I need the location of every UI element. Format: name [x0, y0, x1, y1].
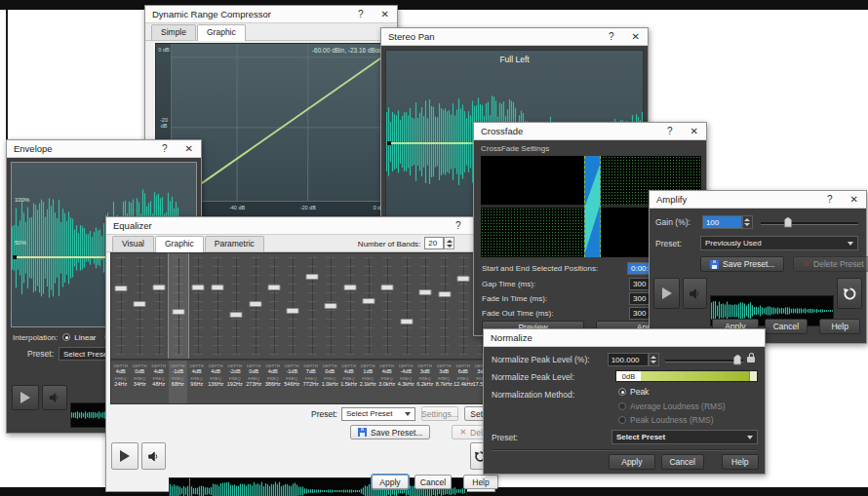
eq-slider-handle[interactable] [400, 319, 413, 324]
eq-slider-handle[interactable] [381, 285, 394, 290]
save-preset-button[interactable]: Save Preset... [350, 425, 430, 439]
close-icon[interactable]: ✕ [632, 28, 640, 46]
eq-slider-handle[interactable] [419, 289, 432, 295]
peak-percent-input[interactable]: 100.000 [608, 353, 649, 366]
eq-band-slider-19[interactable] [454, 253, 472, 359]
eq-slider-handle[interactable] [114, 286, 127, 291]
play-button[interactable] [111, 442, 138, 470]
save-preset-button[interactable]: Save Preset... [700, 256, 784, 272]
speaker-button[interactable] [42, 385, 67, 410]
titlebar[interactable]: Equalizer ? ✕ [106, 217, 494, 235]
tab-simple[interactable]: Simple [151, 24, 196, 40]
delete-preset-button[interactable]: ✕ Delete Preset [793, 256, 868, 272]
close-icon[interactable]: ✕ [690, 123, 698, 140]
tab-visual[interactable]: Visual [112, 236, 154, 251]
preset-dropdown[interactable]: Previously Used [700, 236, 858, 250]
slider-thumb[interactable] [784, 217, 792, 228]
eq-slider-handle[interactable] [305, 274, 318, 280]
tab-graphic[interactable]: Graphic [197, 24, 246, 41]
meter-handle[interactable] [749, 371, 757, 381]
number-of-bands-input[interactable]: 20 [424, 237, 444, 249]
gain-spinner[interactable] [742, 215, 753, 229]
titlebar[interactable]: Amplify ? ✕ [650, 191, 866, 209]
crossfade-region[interactable] [584, 156, 601, 257]
eq-band-slider-16[interactable] [397, 253, 415, 359]
eq-slider-handle[interactable] [287, 308, 299, 314]
cancel-button[interactable]: Cancel [414, 475, 452, 489]
speaker-button[interactable] [683, 278, 707, 309]
number-of-bands-spinner[interactable] [444, 237, 454, 249]
close-icon[interactable]: ✕ [185, 140, 193, 158]
cancel-button[interactable]: Cancel [765, 319, 809, 334]
eq-band-slider-10[interactable] [284, 253, 302, 359]
preset-dropdown[interactable]: Select Preset [341, 407, 415, 421]
gain-input[interactable]: 100 [702, 215, 742, 229]
radio-icon[interactable] [618, 416, 626, 424]
titlebar[interactable]: Crossfade ? ✕ [474, 123, 706, 140]
gain-slider[interactable] [761, 215, 858, 229]
eq-slider-handle[interactable] [267, 285, 280, 290]
preset-dropdown[interactable]: Select Preset [612, 430, 758, 444]
eq-band-slider-7[interactable] [226, 253, 245, 359]
radio-selected-icon[interactable] [618, 388, 626, 396]
eq-band-slider-6[interactable] [208, 253, 226, 359]
method-option[interactable]: Peak Loudness (RMS) [618, 414, 714, 426]
eq-band-slider-2[interactable] [130, 253, 148, 359]
speaker-button[interactable] [141, 442, 166, 470]
tab-parametric[interactable]: Parametric [205, 236, 264, 251]
eq-band-slider-9[interactable] [264, 253, 283, 359]
eq-band-slider-3[interactable] [149, 253, 168, 359]
eq-slider-handle[interactable] [152, 285, 165, 290]
method-option[interactable]: Peak [618, 386, 649, 398]
eq-slider-handle[interactable] [438, 291, 451, 297]
play-button[interactable] [653, 278, 680, 309]
eq-slider-handle[interactable] [325, 303, 337, 309]
help-icon[interactable]: ? [455, 217, 461, 235]
titlebar[interactable]: Envelope ? ✕ [7, 140, 201, 158]
loop-button[interactable] [837, 278, 862, 309]
eq-band-slider-12[interactable] [321, 253, 339, 359]
peak-level-meter[interactable]: 0dB [615, 370, 758, 382]
help-icon[interactable]: ? [609, 28, 614, 46]
pan-node[interactable] [387, 141, 391, 145]
eq-slider-handle[interactable] [172, 309, 184, 315]
titlebar[interactable]: Dynamic Range Compressor ? ✕ [145, 6, 397, 23]
eq-slider-handle[interactable] [362, 298, 375, 304]
eq-slider-handle[interactable] [230, 312, 243, 318]
help-icon[interactable]: ? [667, 123, 673, 140]
eq-band-slider-4[interactable] [168, 253, 188, 359]
help-button[interactable]: Help [463, 475, 498, 489]
eq-band-slider-18[interactable] [435, 253, 454, 359]
close-icon[interactable]: ✕ [850, 191, 858, 209]
eq-band-slider-1[interactable] [111, 253, 130, 359]
help-icon[interactable]: ? [162, 140, 168, 158]
eq-slider-handle[interactable] [192, 285, 205, 290]
apply-button[interactable]: Apply [609, 454, 655, 470]
peak-percent-spinner[interactable] [649, 353, 659, 366]
eq-slider-handle[interactable] [457, 276, 470, 282]
eq-band-slider-14[interactable] [359, 253, 377, 359]
cancel-button[interactable]: Cancel [661, 454, 704, 470]
help-icon[interactable]: ? [827, 191, 833, 209]
eq-slider-handle[interactable] [249, 301, 261, 307]
titlebar[interactable]: Normalize [484, 329, 765, 347]
eq-band-slider-13[interactable] [340, 253, 359, 359]
close-icon[interactable]: ✕ [381, 6, 389, 23]
eq-band-slider-8[interactable] [246, 253, 264, 359]
radio-icon[interactable] [618, 402, 626, 410]
compressor-plot[interactable]: -60.00 dBin, -23.16 dBout [171, 44, 392, 202]
peak-percent-slider[interactable] [665, 353, 743, 366]
eq-band-slider-17[interactable] [416, 253, 435, 359]
eq-slider-handle[interactable] [343, 285, 356, 290]
help-icon[interactable]: ? [358, 6, 364, 23]
settings-button[interactable]: Settings... [421, 406, 458, 421]
play-button[interactable] [12, 385, 39, 410]
eq-slider-handle[interactable] [134, 301, 146, 307]
eq-band-slider-15[interactable] [378, 253, 397, 359]
eq-band-slider-11[interactable] [302, 253, 321, 359]
help-button[interactable]: Help [819, 319, 860, 334]
radio-selected-icon[interactable] [62, 333, 70, 341]
method-option[interactable]: Average Loudness (RMS) [618, 401, 726, 412]
apply-button[interactable]: Apply [372, 475, 409, 489]
envelope-node[interactable] [13, 255, 17, 259]
